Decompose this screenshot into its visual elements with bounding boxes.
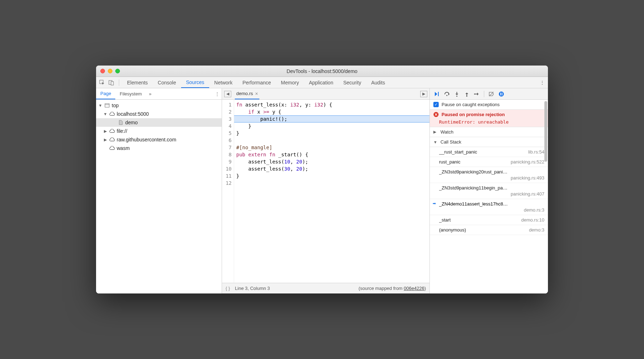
- tree-item[interactable]: ▼top: [96, 101, 222, 110]
- callstack-frame[interactable]: (anonymous)demo:3: [430, 225, 548, 235]
- callstack-frame[interactable]: _ZN3std9panicking20rust_pani…panicking.r…: [430, 167, 548, 183]
- tree-item[interactable]: ▼localhost:5000: [96, 110, 222, 118]
- pause-on-caught-label: Pause on caught exceptions: [442, 102, 500, 107]
- toolbar-divider: [119, 79, 119, 86]
- tree-item-label: wasm: [117, 145, 130, 151]
- frame-function: __rust_start_panic: [439, 149, 525, 155]
- toolbar-divider: [484, 91, 484, 97]
- device-toggle-icon[interactable]: [107, 80, 116, 85]
- svg-rect-5: [438, 92, 439, 96]
- paused-title: Paused on promise rejection: [442, 112, 505, 117]
- call-stack-list[interactable]: __rust_start_paniclib.rs:54rust_panicpan…: [430, 147, 548, 293]
- callstack-frame[interactable]: _ZN3std9panicking11begin_pa…panicking.rs…: [430, 183, 548, 199]
- file-tab-demo-rs[interactable]: demo.rs ×: [235, 88, 259, 99]
- pretty-print-icon[interactable]: { }: [226, 286, 230, 291]
- paused-reason: RuntimeError: unreachable: [430, 119, 548, 127]
- cursor-position: Line 3, Column 3: [235, 286, 270, 291]
- tree-item-label: file://: [117, 128, 127, 134]
- deactivate-breakpoints-button[interactable]: [487, 90, 496, 98]
- tree-item-label: localhost:5000: [117, 111, 149, 117]
- cloud-icon: [109, 146, 115, 150]
- step-button[interactable]: [473, 90, 481, 98]
- debugger-panel: ✓ Pause on caught exceptions Paused on p…: [430, 88, 548, 293]
- tab-sources[interactable]: Sources: [181, 77, 209, 88]
- nav-back-button[interactable]: ◀: [224, 91, 231, 97]
- frame-location: lib.rs:54: [528, 149, 544, 155]
- tree-arrow-icon: ▶: [103, 129, 107, 134]
- toolbar-overflow-menu[interactable]: ⋮: [538, 80, 547, 85]
- tab-audits[interactable]: Audits: [366, 77, 390, 88]
- tree-item[interactable]: ▶file://: [96, 127, 222, 135]
- watch-label: Watch: [440, 129, 453, 135]
- callstack-frame[interactable]: __rust_start_paniclib.rs:54: [430, 147, 548, 157]
- navigator-panel: PageFilesystem » ⋮ ▼top▼localhost:5000de…: [96, 88, 222, 293]
- frame-function: _ZN3std9panicking20rust_pani…: [439, 169, 544, 175]
- paused-info-section: Paused on promise rejection RuntimeError…: [430, 110, 548, 127]
- svg-point-9: [474, 93, 475, 94]
- cloud-icon: [109, 129, 115, 133]
- frame-function: _ZN4demo11assert_less17hc8…: [439, 201, 544, 207]
- nav-forward-button[interactable]: ▶: [420, 91, 427, 97]
- frame-function: _ZN3std9panicking11begin_pa…: [439, 185, 544, 191]
- tab-performance[interactable]: Performance: [237, 77, 276, 88]
- svg-point-8: [466, 95, 467, 97]
- file-tree[interactable]: ▼top▼localhost:5000demo▶file://▶raw.gith…: [96, 100, 222, 293]
- watch-section[interactable]: ▶Watch: [430, 127, 548, 137]
- cloud-icon: [109, 112, 115, 116]
- tab-console[interactable]: Console: [153, 77, 181, 88]
- frame-function: (anonymous): [439, 227, 526, 233]
- frame-location: demo.rs:10: [521, 217, 544, 223]
- editor-status-bar: { } Line 3, Column 3 (source mapped from…: [222, 283, 429, 293]
- resume-button[interactable]: [433, 90, 441, 98]
- svg-rect-2: [111, 82, 114, 85]
- callstack-frame[interactable]: _startdemo.rs:10: [430, 215, 548, 225]
- navigator-tabs: PageFilesystem » ⋮: [96, 88, 222, 100]
- tree-item-label: top: [112, 103, 118, 108]
- tree-item[interactable]: wasm: [96, 144, 222, 152]
- navigator-overflow[interactable]: »: [146, 91, 154, 97]
- code-content[interactable]: fn assert_less(x: i32, y: i32) { if x >=…: [234, 100, 429, 283]
- tab-security[interactable]: Security: [338, 77, 366, 88]
- tab-network[interactable]: Network: [209, 77, 237, 88]
- pause-on-exceptions-button[interactable]: [497, 90, 506, 98]
- file-tab-label: demo.rs: [236, 91, 253, 96]
- svg-point-11: [499, 92, 504, 97]
- navigator-menu[interactable]: ⋮: [215, 91, 222, 97]
- titlebar: DevTools - localhost:5000/demo: [96, 66, 548, 77]
- file-tabs: ◀ demo.rs × ▶: [222, 88, 429, 100]
- pause-on-caught-checkbox[interactable]: ✓: [433, 102, 439, 107]
- scrollbar[interactable]: [544, 101, 547, 293]
- navtab-page[interactable]: Page: [96, 88, 115, 99]
- frame-location: demo:3: [529, 227, 544, 233]
- step-out-button[interactable]: [463, 90, 471, 98]
- window-title: DevTools - localhost:5000/demo: [96, 68, 548, 74]
- code-editor[interactable]: 123456789101112 fn assert_less(x: i32, y…: [222, 100, 429, 283]
- callstack-frame[interactable]: rust_panicpanicking.rs:522: [430, 157, 548, 167]
- inspect-element-icon[interactable]: [97, 80, 107, 85]
- frame-location: panicking.rs:407: [439, 191, 544, 197]
- main-toolbar: ElementsConsoleSourcesNetworkPerformance…: [96, 77, 548, 88]
- tab-application[interactable]: Application: [304, 77, 338, 88]
- line-gutter: 123456789101112: [222, 100, 234, 283]
- tab-memory[interactable]: Memory: [276, 77, 304, 88]
- frame-location: panicking.rs:522: [511, 159, 544, 165]
- frame-location: demo.rs:3: [439, 207, 544, 213]
- pause-on-caught-row[interactable]: ✓ Pause on caught exceptions: [430, 100, 548, 109]
- svg-point-6: [446, 95, 447, 96]
- svg-rect-12: [500, 93, 501, 95]
- navtab-filesystem[interactable]: Filesystem: [115, 88, 146, 99]
- step-into-button[interactable]: [453, 90, 461, 98]
- source-map-link[interactable]: 006e4226: [404, 286, 424, 291]
- callstack-frame[interactable]: _ZN4demo11assert_less17hc8…demo.rs:3: [430, 199, 548, 215]
- svg-rect-3: [105, 104, 109, 107]
- callstack-header[interactable]: ▼Call Stack: [430, 137, 548, 147]
- tree-item[interactable]: demo: [96, 118, 222, 127]
- window-icon: [104, 103, 110, 108]
- close-tab-icon[interactable]: ×: [255, 91, 258, 97]
- callstack-label: Call Stack: [440, 139, 461, 145]
- tab-elements[interactable]: Elements: [122, 77, 153, 88]
- frame-function: rust_panic: [439, 159, 508, 165]
- step-over-button[interactable]: [443, 90, 451, 98]
- tree-item[interactable]: ▶raw.githubusercontent.com: [96, 135, 222, 144]
- main-area: PageFilesystem » ⋮ ▼top▼localhost:5000de…: [96, 88, 548, 293]
